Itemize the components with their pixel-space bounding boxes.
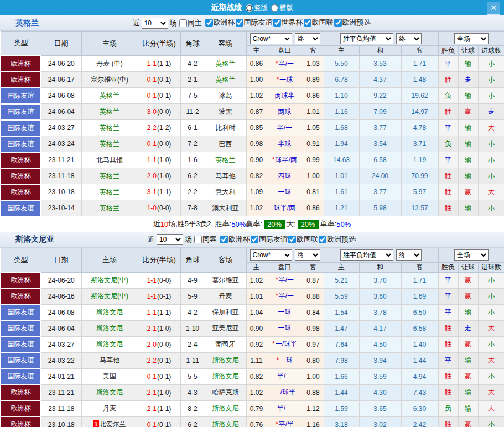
avg-final-select[interactable]: 终	[396, 33, 422, 44]
avg-home-cell: 1.66	[324, 368, 359, 384]
home-team-name: 斯洛文尼	[96, 340, 123, 348]
subcol-header: 客	[401, 46, 438, 56]
score-cell: 2-0(1-0)	[138, 168, 180, 184]
score-cell: 2-1(1-0)	[138, 320, 180, 336]
avg-draw-cell: 3.60	[359, 288, 401, 304]
summary-segment: 50%	[336, 220, 351, 228]
col-header-corner: 角球	[180, 248, 205, 272]
corner-cell: 4-3	[180, 384, 205, 400]
result-cell: 胜	[438, 168, 458, 184]
league-checkbox[interactable]	[288, 236, 296, 243]
subcol-header: 让球	[458, 46, 478, 56]
home-team-cell: 英格兰	[81, 184, 138, 200]
avg-home-cell: 5.21	[324, 272, 359, 288]
summary-segment: 50%	[231, 220, 246, 228]
league-checkbox[interactable]	[319, 236, 326, 243]
handicap-value: 球半/两	[276, 156, 297, 164]
handicap-cell: 两球半	[267, 88, 303, 104]
corner-cell: 6-1	[180, 120, 205, 136]
league-filters: 欧洲杯国际友谊欧国联欧洲预选	[220, 235, 356, 245]
league-checkbox[interactable]	[273, 19, 281, 27]
col-header-score: 比分(半场)	[138, 248, 180, 272]
match-row: 欧洲杯24-06-16斯洛文尼(中)1-1(0-1)5-9丹麦1.01*半/一0…	[1, 288, 504, 304]
away-team-name: 斯洛文尼	[212, 420, 239, 427]
same-team-checkbox[interactable]	[194, 236, 202, 243]
home-team-cell: 斯洛文尼	[81, 304, 138, 320]
away-team-cell: 哈萨克斯	[205, 384, 246, 400]
handicap-result-cell: 赢	[458, 416, 478, 427]
filter-controls: 近 10 场 同客 欧洲杯国际友谊欧国联欧洲预选	[148, 234, 356, 245]
fulltime-score: 2-2	[147, 124, 157, 132]
handicap-cell: 半/一	[267, 120, 303, 136]
date-cell: 23-11-21	[41, 152, 81, 168]
date-cell: 23-11-18	[41, 168, 81, 184]
goals-result-cell: 小	[478, 416, 504, 427]
goals-result-cell: 小	[478, 288, 504, 304]
avg-header-group: 胜平负均值终	[324, 32, 438, 46]
summary-segment: 10	[160, 220, 168, 228]
subcol-header: 胜负	[438, 46, 458, 56]
away-team-cell: 斯洛文尼	[205, 416, 246, 427]
league-filter: 国际友谊	[251, 235, 288, 244]
avg-home-cell: 1.61	[324, 184, 359, 200]
avg-home-cell: 5.59	[324, 288, 359, 304]
avg-away-cell: 6.50	[401, 304, 438, 320]
avg-draw-cell: 3.70	[359, 272, 401, 288]
handicap-cell: 半/一	[267, 368, 303, 384]
handicap-result-cell: 输	[458, 56, 478, 72]
corner-cell: 7-8	[180, 200, 205, 216]
close-button[interactable]: ✕	[487, 2, 500, 15]
league-checkbox[interactable]	[236, 19, 243, 27]
vertical-layout-radio[interactable]	[246, 4, 253, 12]
avg-final-select[interactable]: 终	[396, 249, 422, 261]
same-team-checkbox[interactable]	[179, 19, 187, 27]
odds-final-select[interactable]: 终	[295, 249, 320, 261]
league-checkbox[interactable]	[304, 19, 311, 27]
league-filter: 欧洲预选	[334, 18, 371, 28]
league-checkbox[interactable]	[220, 236, 228, 243]
league-type-cell: 欧洲杯	[1, 184, 41, 200]
handicap-value: 半球	[278, 140, 292, 148]
full-match-select[interactable]: 全场	[454, 33, 489, 44]
home-odds-cell: 0.90	[246, 320, 267, 336]
horizontal-layout-radio[interactable]	[271, 4, 278, 12]
match-row: 欧洲杯24-06-20丹麦 (中)1-1(1-1)4-2英格兰0.86*半/一1…	[1, 56, 504, 72]
corner-cell: 6-2	[180, 168, 205, 184]
home-odds-cell: 0.86	[246, 56, 267, 72]
away-odds-cell: 0.89	[303, 72, 324, 88]
league-checkbox[interactable]	[205, 19, 213, 27]
summary-row: 近10场,胜5平3负2, 胜率:50% 赢率:20% 大:20% 单率:50%	[0, 217, 504, 232]
handicap-cell: 一/球半	[267, 384, 303, 400]
fulltime-score: 2-1	[147, 325, 157, 332]
match-row: 欧洲杯23-11-18英格兰2-0(1-0)6-2马耳他0.82四球1.001.…	[1, 168, 504, 184]
handicap-cell: 一球	[267, 320, 303, 336]
recent-count-select[interactable]: 10	[157, 234, 183, 245]
result-cell: 胜	[438, 104, 458, 120]
subcol-header: 盘口	[267, 262, 303, 272]
odds-final-select[interactable]: 终	[295, 33, 320, 44]
away-odds-cell: 1.01	[303, 104, 324, 120]
avg-select[interactable]: 胜平负均值	[340, 249, 393, 261]
league-type-cell: 国际友谊	[1, 352, 41, 368]
match-row: 国际友谊24-01-21美国0-1(0-1)5-5斯洛文尼0.82半/一1.00…	[1, 368, 504, 384]
col-header-home: 主场	[81, 248, 138, 272]
avg-select[interactable]: 胜平负均值	[340, 33, 393, 44]
full-match-select[interactable]: 全场	[454, 249, 489, 261]
halftime-score: (0-0)	[157, 140, 171, 148]
date-cell: 23-10-18	[41, 416, 81, 427]
league-type-cell: 国际友谊	[1, 320, 41, 336]
avg-header-group: 胜平负均值终	[324, 248, 438, 262]
avg-draw-cell: 3.59	[359, 368, 401, 384]
date-cell: 23-10-18	[41, 184, 81, 200]
odds-source-select[interactable]: Crow*	[250, 33, 292, 44]
home-odds-cell: 1.02	[246, 88, 267, 104]
league-checkbox[interactable]	[334, 19, 342, 27]
league-checkbox[interactable]	[251, 236, 258, 243]
goals-result-cell: 走	[478, 104, 504, 120]
odds-source-select[interactable]: Crow*	[250, 249, 292, 261]
league-filter: 欧洲杯	[205, 18, 235, 28]
date-cell: 24-03-22	[41, 352, 81, 368]
col-header-away: 客场	[205, 32, 246, 56]
date-cell: 24-06-20	[41, 272, 81, 288]
recent-count-select[interactable]: 10	[142, 18, 168, 29]
